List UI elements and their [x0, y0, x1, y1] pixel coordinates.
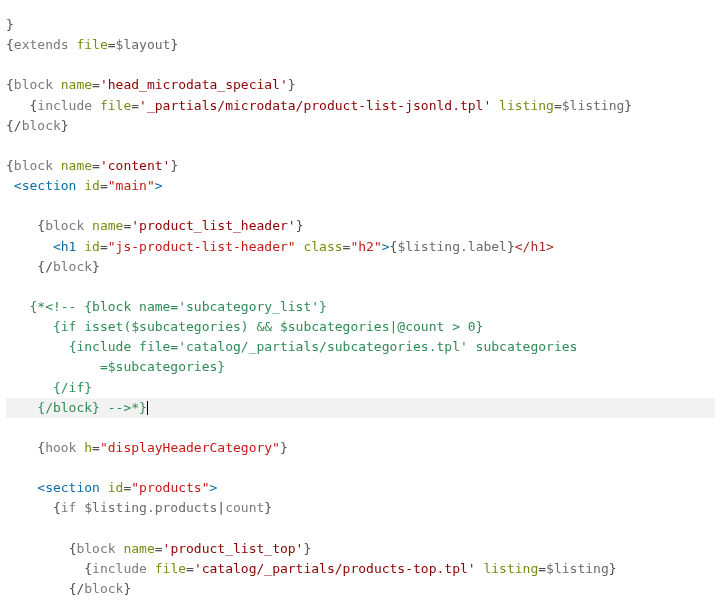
token-attr: name — [61, 77, 92, 92]
token-attr: id — [108, 480, 124, 495]
code-line[interactable]: {block name='product_list_top'} — [6, 541, 311, 556]
token-text — [53, 158, 61, 173]
token-text — [491, 98, 499, 113]
token-str: '_partials/microdata/product-list-jsonld… — [139, 98, 491, 113]
token-var: $listing — [562, 98, 625, 113]
token-attr: listing — [499, 98, 554, 113]
token-aval: "main" — [108, 178, 155, 193]
token-attr: name — [61, 158, 92, 173]
code-editor[interactable]: } {extends file=$layout} {block name='he… — [0, 13, 721, 606]
token-tag: > — [382, 239, 390, 254]
token-kw: include — [37, 98, 92, 113]
code-line[interactable]: {/block} -->*} — [6, 398, 715, 418]
token-comm: =$subcategories} — [100, 359, 225, 374]
code-line[interactable]: {include file='catalog/_partials/product… — [6, 561, 617, 576]
code-line[interactable]: <h1 id="js-product-list-header" class="h… — [6, 239, 554, 254]
token-punct: = — [100, 239, 108, 254]
code-line[interactable]: {if $listing.products|count} — [6, 500, 272, 515]
token-var: $listing.products — [84, 500, 217, 515]
token-attr: listing — [483, 561, 538, 576]
code-line[interactable]: {/block} — [6, 581, 131, 596]
token-punct: } — [303, 541, 311, 556]
code-line[interactable]: {/block} — [6, 259, 100, 274]
code-line[interactable]: {include file='catalog/_partials/subcate… — [6, 339, 577, 354]
code-line[interactable]: {if isset($subcategories) && $subcategor… — [6, 319, 483, 334]
token-str: 'product_list_top' — [163, 541, 304, 556]
token-punct: { — [6, 158, 14, 173]
code-line[interactable]: {include file='_partials/microdata/produ… — [6, 98, 632, 113]
token-punct: } — [92, 259, 100, 274]
token-text — [84, 218, 92, 233]
token-kw: include — [92, 561, 147, 576]
token-attr: id — [84, 239, 100, 254]
token-comm: <!-- {block name='subcategory_list'} — [45, 299, 327, 314]
code-line[interactable]: } — [6, 17, 14, 32]
token-attr: name — [123, 541, 154, 556]
token-punct: = — [92, 77, 100, 92]
code-line[interactable]: {*<!-- {block name='subcategory_list'} — [6, 299, 327, 314]
token-punct: } — [280, 440, 288, 455]
token-punct: = — [554, 98, 562, 113]
token-str: 'content' — [100, 158, 170, 173]
token-aval: "h2" — [350, 239, 381, 254]
token-punct: = — [100, 178, 108, 193]
token-attr: file — [76, 37, 107, 52]
token-punct: { — [37, 440, 45, 455]
token-str: 'head_microdata_special' — [100, 77, 288, 92]
token-text — [100, 480, 108, 495]
token-kw: if — [61, 500, 77, 515]
token-comm: {/block} --> — [37, 400, 131, 415]
code-line[interactable]: =$subcategories} — [6, 359, 225, 374]
token-punct: { — [84, 561, 92, 576]
token-kw: block — [84, 581, 123, 596]
token-comm: {/if} — [53, 380, 92, 395]
token-tag: > — [155, 178, 163, 193]
token-var: $listing — [546, 561, 609, 576]
token-punct: = — [538, 561, 546, 576]
code-line[interactable]: {block name='product_list_header'} — [6, 218, 303, 233]
token-tag: <h1 — [53, 239, 76, 254]
code-line[interactable]: {block name='head_microdata_special'} — [6, 77, 296, 92]
code-line[interactable]: {/block} — [6, 118, 69, 133]
token-punct: { — [6, 77, 14, 92]
code-line[interactable]: {block name='content'} — [6, 158, 178, 173]
token-punct: = — [186, 561, 194, 576]
token-comm: {if isset($subcategories) && $subcategor… — [53, 319, 483, 334]
token-punct: } — [170, 158, 178, 173]
token-aval: "displayHeaderCategory" — [100, 440, 280, 455]
token-punct: = — [92, 440, 100, 455]
text-caret — [147, 401, 148, 415]
token-kw: hook — [45, 440, 76, 455]
token-tag: <section — [37, 480, 100, 495]
token-punct: } — [296, 218, 304, 233]
token-close: </h1> — [515, 239, 554, 254]
token-punct: = — [131, 98, 139, 113]
code-line[interactable]: {/if} — [6, 380, 92, 395]
code-line[interactable]: <section id="main"> — [6, 178, 163, 193]
token-kw: block — [14, 158, 53, 173]
token-attr: name — [92, 218, 123, 233]
token-kw: extends — [14, 37, 69, 52]
code-line[interactable]: {extends file=$layout} — [6, 37, 178, 52]
token-punct: {/ — [69, 581, 85, 596]
token-attr: class — [303, 239, 342, 254]
token-kw: block — [53, 259, 92, 274]
token-kw: block — [14, 77, 53, 92]
token-text — [53, 77, 61, 92]
token-aval: "products" — [131, 480, 209, 495]
token-tag: <section — [14, 178, 77, 193]
code-line[interactable]: {hook h="displayHeaderCategory"} — [6, 440, 288, 455]
code-line[interactable]: <section id="products"> — [6, 480, 217, 495]
token-aval: "js-product-list-header" — [108, 239, 296, 254]
token-punct: = — [155, 541, 163, 556]
token-comm: {* — [29, 299, 45, 314]
token-kw: block — [22, 118, 61, 133]
token-kw: block — [76, 541, 115, 556]
token-punct: } — [288, 77, 296, 92]
token-punct: { — [6, 37, 14, 52]
token-kw: count — [225, 500, 264, 515]
token-attr: id — [84, 178, 100, 193]
token-var: $listing.label — [397, 239, 507, 254]
token-str: 'catalog/_partials/products-top.tpl' — [194, 561, 476, 576]
token-text — [147, 561, 155, 576]
